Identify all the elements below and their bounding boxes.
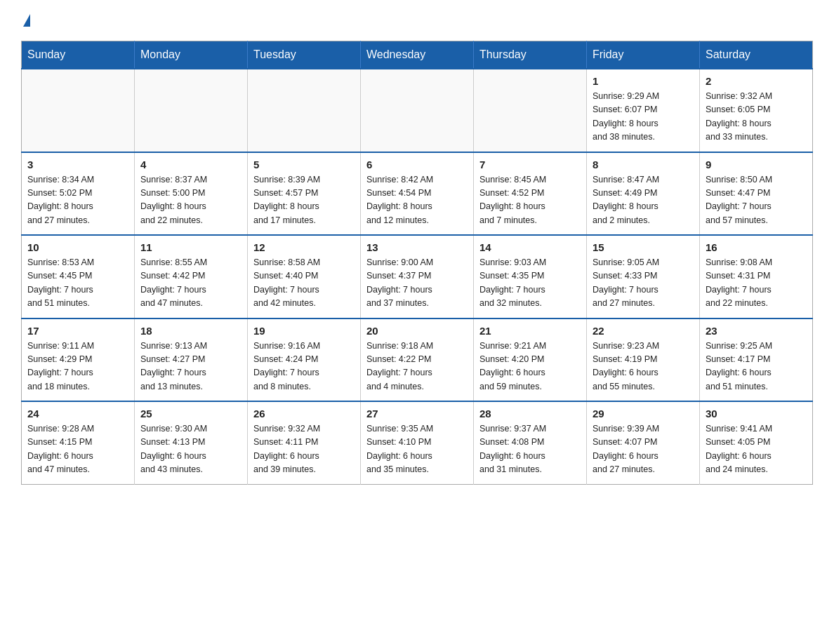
calendar-cell: 21Sunrise: 9:21 AM Sunset: 4:20 PM Dayli… [474, 318, 587, 402]
day-number: 16 [706, 241, 807, 253]
calendar-cell [248, 69, 361, 152]
calendar-cell: 18Sunrise: 9:13 AM Sunset: 4:27 PM Dayli… [135, 318, 248, 402]
day-number: 11 [140, 241, 241, 253]
day-number: 12 [253, 241, 355, 253]
day-info: Sunrise: 9:13 AM Sunset: 4:27 PM Dayligh… [140, 340, 241, 394]
day-number: 19 [253, 325, 355, 337]
calendar-cell [474, 69, 587, 152]
calendar-cell: 10Sunrise: 8:53 AM Sunset: 4:45 PM Dayli… [22, 235, 135, 318]
calendar-header-tuesday: Tuesday [248, 41, 361, 69]
calendar-header-friday: Friday [587, 41, 700, 69]
calendar-cell: 2Sunrise: 9:32 AM Sunset: 6:05 PM Daylig… [700, 69, 813, 152]
day-info: Sunrise: 9:23 AM Sunset: 4:19 PM Dayligh… [593, 340, 694, 394]
calendar-week-row: 3Sunrise: 8:34 AM Sunset: 5:02 PM Daylig… [22, 152, 813, 236]
day-number: 4 [140, 159, 241, 170]
day-number: 22 [593, 325, 694, 337]
calendar-cell: 20Sunrise: 9:18 AM Sunset: 4:22 PM Dayli… [361, 318, 474, 402]
day-number: 28 [479, 408, 581, 420]
day-info: Sunrise: 8:55 AM Sunset: 4:42 PM Dayligh… [140, 256, 241, 311]
calendar-header-saturday: Saturday [700, 41, 813, 69]
calendar-cell: 26Sunrise: 9:32 AM Sunset: 4:11 PM Dayli… [248, 401, 361, 484]
calendar-header-sunday: Sunday [22, 41, 135, 69]
day-number: 29 [593, 408, 694, 420]
calendar-cell: 29Sunrise: 9:39 AM Sunset: 4:07 PM Dayli… [587, 401, 700, 484]
calendar-cell: 5Sunrise: 8:39 AM Sunset: 4:57 PM Daylig… [248, 152, 361, 236]
calendar-cell: 6Sunrise: 8:42 AM Sunset: 4:54 PM Daylig… [361, 152, 474, 236]
day-info: Sunrise: 9:39 AM Sunset: 4:07 PM Dayligh… [593, 422, 694, 477]
day-info: Sunrise: 9:32 AM Sunset: 4:11 PM Dayligh… [253, 422, 355, 477]
calendar-cell: 14Sunrise: 9:03 AM Sunset: 4:35 PM Dayli… [474, 235, 587, 318]
day-info: Sunrise: 9:18 AM Sunset: 4:22 PM Dayligh… [366, 340, 468, 394]
day-info: Sunrise: 9:05 AM Sunset: 4:33 PM Dayligh… [593, 256, 694, 311]
page-header [21, 14, 813, 29]
day-number: 30 [706, 408, 807, 420]
day-number: 21 [479, 325, 581, 337]
day-info: Sunrise: 9:41 AM Sunset: 4:05 PM Dayligh… [706, 422, 807, 477]
day-number: 24 [27, 408, 128, 420]
day-info: Sunrise: 9:11 AM Sunset: 4:29 PM Dayligh… [27, 340, 128, 394]
calendar-cell: 11Sunrise: 8:55 AM Sunset: 4:42 PM Dayli… [135, 235, 248, 318]
day-info: Sunrise: 8:53 AM Sunset: 4:45 PM Dayligh… [27, 256, 128, 311]
calendar-cell: 8Sunrise: 8:47 AM Sunset: 4:49 PM Daylig… [587, 152, 700, 236]
day-number: 18 [140, 325, 241, 337]
calendar-week-row: 24Sunrise: 9:28 AM Sunset: 4:15 PM Dayli… [22, 401, 813, 484]
day-info: Sunrise: 8:47 AM Sunset: 4:49 PM Dayligh… [593, 173, 694, 228]
calendar-table: SundayMondayTuesdayWednesdayThursdayFrid… [21, 41, 813, 485]
calendar-cell: 22Sunrise: 9:23 AM Sunset: 4:19 PM Dayli… [587, 318, 700, 402]
day-number: 9 [706, 159, 807, 170]
day-info: Sunrise: 9:35 AM Sunset: 4:10 PM Dayligh… [366, 422, 468, 477]
calendar-header-monday: Monday [135, 41, 248, 69]
day-number: 10 [27, 241, 128, 253]
day-number: 26 [253, 408, 355, 420]
calendar-cell: 16Sunrise: 9:08 AM Sunset: 4:31 PM Dayli… [700, 235, 813, 318]
calendar-cell: 4Sunrise: 8:37 AM Sunset: 5:00 PM Daylig… [135, 152, 248, 236]
day-info: Sunrise: 9:37 AM Sunset: 4:08 PM Dayligh… [479, 422, 581, 477]
calendar-cell: 13Sunrise: 9:00 AM Sunset: 4:37 PM Dayli… [361, 235, 474, 318]
calendar-cell: 30Sunrise: 9:41 AM Sunset: 4:05 PM Dayli… [700, 401, 813, 484]
day-number: 23 [706, 325, 807, 337]
calendar-week-row: 17Sunrise: 9:11 AM Sunset: 4:29 PM Dayli… [22, 318, 813, 402]
day-number: 14 [479, 241, 581, 253]
calendar-header-thursday: Thursday [474, 41, 587, 69]
day-number: 7 [479, 159, 581, 170]
day-number: 6 [366, 159, 468, 170]
day-number: 20 [366, 325, 468, 337]
day-info: Sunrise: 8:42 AM Sunset: 4:54 PM Dayligh… [366, 173, 468, 228]
day-number: 17 [27, 325, 128, 337]
day-info: Sunrise: 9:08 AM Sunset: 4:31 PM Dayligh… [706, 256, 807, 311]
calendar-cell: 3Sunrise: 8:34 AM Sunset: 5:02 PM Daylig… [22, 152, 135, 236]
day-info: Sunrise: 9:32 AM Sunset: 6:05 PM Dayligh… [706, 90, 807, 145]
day-info: Sunrise: 8:58 AM Sunset: 4:40 PM Dayligh… [253, 256, 355, 311]
day-info: Sunrise: 9:28 AM Sunset: 4:15 PM Dayligh… [27, 422, 128, 477]
calendar-cell: 25Sunrise: 9:30 AM Sunset: 4:13 PM Dayli… [135, 401, 248, 484]
calendar-cell [22, 69, 135, 152]
day-info: Sunrise: 9:25 AM Sunset: 4:17 PM Dayligh… [706, 340, 807, 394]
day-info: Sunrise: 9:03 AM Sunset: 4:35 PM Dayligh… [479, 256, 581, 311]
day-info: Sunrise: 9:00 AM Sunset: 4:37 PM Dayligh… [366, 256, 468, 311]
day-info: Sunrise: 9:16 AM Sunset: 4:24 PM Dayligh… [253, 340, 355, 394]
calendar-cell: 28Sunrise: 9:37 AM Sunset: 4:08 PM Dayli… [474, 401, 587, 484]
day-info: Sunrise: 8:45 AM Sunset: 4:52 PM Dayligh… [479, 173, 581, 228]
day-number: 2 [706, 75, 807, 87]
day-number: 27 [366, 408, 468, 420]
day-info: Sunrise: 8:50 AM Sunset: 4:47 PM Dayligh… [706, 173, 807, 228]
logo-triangle-icon [23, 14, 30, 27]
calendar-week-row: 1Sunrise: 9:29 AM Sunset: 6:07 PM Daylig… [22, 69, 813, 152]
calendar-cell: 7Sunrise: 8:45 AM Sunset: 4:52 PM Daylig… [474, 152, 587, 236]
day-number: 8 [593, 159, 694, 170]
day-number: 25 [140, 408, 241, 420]
calendar-cell: 23Sunrise: 9:25 AM Sunset: 4:17 PM Dayli… [700, 318, 813, 402]
day-number: 1 [593, 75, 694, 87]
calendar-cell: 15Sunrise: 9:05 AM Sunset: 4:33 PM Dayli… [587, 235, 700, 318]
day-number: 5 [253, 159, 355, 170]
day-number: 3 [27, 159, 128, 170]
day-info: Sunrise: 8:37 AM Sunset: 5:00 PM Dayligh… [140, 173, 241, 228]
calendar-cell: 19Sunrise: 9:16 AM Sunset: 4:24 PM Dayli… [248, 318, 361, 402]
calendar-header-row: SundayMondayTuesdayWednesdayThursdayFrid… [22, 41, 813, 69]
day-info: Sunrise: 8:34 AM Sunset: 5:02 PM Dayligh… [27, 173, 128, 228]
calendar-cell: 1Sunrise: 9:29 AM Sunset: 6:07 PM Daylig… [587, 69, 700, 152]
day-info: Sunrise: 8:39 AM Sunset: 4:57 PM Dayligh… [253, 173, 355, 228]
calendar-week-row: 10Sunrise: 8:53 AM Sunset: 4:45 PM Dayli… [22, 235, 813, 318]
calendar-cell [361, 69, 474, 152]
day-info: Sunrise: 9:30 AM Sunset: 4:13 PM Dayligh… [140, 422, 241, 477]
